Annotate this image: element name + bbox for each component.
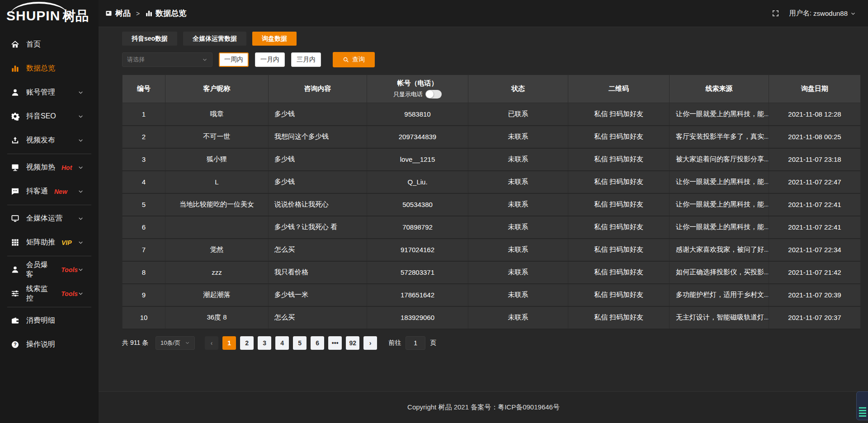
- cell-qrcode-link[interactable]: 私信 扫码加好友: [568, 284, 670, 306]
- range-button-three-months[interactable]: 三月内: [291, 52, 321, 67]
- cell-no: 4: [123, 171, 165, 193]
- page-button-6[interactable]: 6: [311, 336, 324, 350]
- badge-vip: VIP: [61, 239, 72, 246]
- cell-content: 我想问这个多少钱: [269, 126, 367, 148]
- bar-chart-icon: [145, 9, 153, 17]
- page-button-3[interactable]: 3: [258, 336, 271, 350]
- cell-source-link[interactable]: 被大家追着问的客厅投影分享...: [670, 148, 769, 171]
- badge-new: New: [54, 188, 67, 195]
- sidebar-item-matrix-boost[interactable]: 矩阵助推VIP: [0, 230, 99, 254]
- badge-tools: Tools: [61, 266, 78, 273]
- phone-only-toggle[interactable]: [425, 90, 442, 99]
- cell-qrcode-link[interactable]: 私信 扫码加好友: [568, 261, 670, 284]
- cell-account: 183929060: [367, 306, 468, 329]
- cell-source-link[interactable]: 让你一眼就爱上的黑科技，能...: [670, 103, 769, 126]
- page-size-value: 10条/页: [160, 339, 180, 347]
- app-logo: SHUPIN树品: [0, 0, 99, 28]
- table-row: 2不可一世我想问这个多少钱2097344839未联系私信 扫码加好友客厅安装投影…: [123, 126, 861, 148]
- page-button-2[interactable]: 2: [240, 336, 254, 350]
- sidebar-item-member-baoke[interactable]: 会员爆客Tools: [0, 258, 99, 282]
- cell-status: 未联系: [468, 284, 568, 306]
- cell-qrcode-link[interactable]: 私信 扫码加好友: [568, 126, 670, 148]
- inquiry-table: 编号客户昵称咨询内容帐号（电话）只显示电话状态二维码线索来源询盘日期 1哦章多少…: [122, 75, 861, 329]
- breadcrumb-item-home[interactable]: 树品: [115, 8, 131, 19]
- column-header-7: 询盘日期: [769, 75, 861, 103]
- sidebar-item-clue-monitor[interactable]: 线索监控Tools: [0, 282, 99, 306]
- sidebar-item-home[interactable]: 首页: [0, 33, 99, 56]
- sidebar-item-account-management[interactable]: 账号管理: [0, 80, 99, 104]
- cell-source-link[interactable]: 客厅安装投影半年多了，真实...: [670, 126, 769, 148]
- cell-status: 未联系: [468, 126, 568, 148]
- sidebar-item-media-operation[interactable]: 全媒体运营: [0, 207, 99, 230]
- cell-qrcode-link[interactable]: 私信 扫码加好友: [568, 171, 670, 193]
- cell-source-link[interactable]: 无主灯设计，智能磁吸轨道灯...: [670, 306, 769, 329]
- cell-source-link[interactable]: 让你一眼就爱上的黑科技，能...: [670, 193, 769, 216]
- help-icon: ?: [11, 340, 19, 349]
- cell-qrcode-link[interactable]: 私信 扫码加好友: [568, 103, 670, 126]
- range-button-one-month[interactable]: 一月内: [255, 52, 285, 67]
- cell-date: 2021-11-07 23:18: [769, 148, 861, 171]
- cell-date: 2021-11-07 22:41: [769, 216, 861, 239]
- cell-qrcode-link[interactable]: 私信 扫码加好友: [568, 306, 670, 329]
- tab-media-operation-data[interactable]: 全媒体运营数据: [183, 32, 246, 46]
- chevron-down-icon: [78, 113, 84, 119]
- tab-inquiry-data[interactable]: 询盘数据: [252, 32, 297, 46]
- chevron-down-icon: [78, 164, 84, 170]
- member-icon: [11, 265, 19, 274]
- search-button[interactable]: 查询: [333, 52, 375, 67]
- user-icon: [11, 88, 19, 97]
- cell-content: 怎么买: [269, 306, 367, 329]
- sidebar-item-label: 矩阵助推: [26, 238, 55, 247]
- cell-qrcode-link[interactable]: 私信 扫码加好友: [568, 239, 670, 261]
- cell-source-link[interactable]: 多功能护栏灯，适用于乡村文...: [670, 284, 769, 306]
- phone-toggle-label: 只显示电话: [393, 90, 423, 99]
- sidebar-item-video-publish[interactable]: 视频发布: [0, 128, 99, 152]
- cell-account: 9583810: [367, 103, 468, 126]
- cell-account: 2097344839: [367, 126, 468, 148]
- cell-source-link[interactable]: 如何正确选择投影仪，买投影...: [670, 261, 769, 284]
- sidebar-item-data-overview[interactable]: 数据总览: [0, 56, 99, 80]
- sidebar-item-video-heat[interactable]: 视频加热Hot: [0, 155, 99, 179]
- sidebar-item-consume-detail[interactable]: 消费明细: [0, 309, 99, 333]
- goto-page-input[interactable]: [406, 336, 425, 350]
- cell-status: 未联系: [468, 239, 568, 261]
- gear-icon: [11, 112, 19, 121]
- cell-status: 未联系: [468, 171, 568, 193]
- cell-qrcode-link[interactable]: 私信 扫码加好友: [568, 193, 670, 216]
- cell-source-link[interactable]: 感谢大家喜欢我家，被问了好...: [670, 239, 769, 261]
- date-range-group: 一周内一月内三月内: [212, 52, 321, 67]
- filter-bar: 请选择 一周内一月内三月内 查询: [122, 52, 861, 67]
- cell-qrcode-link[interactable]: 私信 扫码加好友: [568, 216, 670, 239]
- svg-text:?: ?: [14, 342, 17, 347]
- cell-date: 2021-11-07 22:34: [769, 239, 861, 261]
- cell-qrcode-link[interactable]: 私信 扫码加好友: [568, 148, 670, 171]
- page-button-1[interactable]: 1: [222, 336, 236, 350]
- page-size-select[interactable]: 10条/页: [156, 336, 195, 350]
- sidebar-item-douketong[interactable]: 抖客通New: [0, 179, 99, 203]
- page-button-4[interactable]: 4: [275, 336, 289, 350]
- tab-douyin-seo-data[interactable]: 抖音seo数据: [122, 32, 177, 46]
- floating-widget[interactable]: [856, 391, 868, 420]
- fullscreen-icon[interactable]: [772, 9, 779, 17]
- range-button-one-week[interactable]: 一周内: [219, 52, 249, 67]
- cell-source-link[interactable]: 让你一眼就爱上的黑科技，能...: [670, 216, 769, 239]
- page-button-92[interactable]: 92: [346, 336, 359, 350]
- user-menu[interactable]: 用户名: zswodun88: [789, 9, 856, 18]
- cell-source-link[interactable]: 让你一眼就爱上的黑科技，能...: [670, 171, 769, 193]
- page-button-5[interactable]: 5: [293, 336, 307, 350]
- table-row: 6多少钱？让我死心 看70898792未联系私信 扫码加好友让你一眼就爱上的黑科…: [123, 216, 861, 239]
- cell-status: 未联系: [468, 261, 568, 284]
- column-header-label: 状态: [468, 85, 568, 93]
- sidebar-item-label: 账号管理: [26, 88, 55, 97]
- sidebar-item-operation-guide[interactable]: ?操作说明: [0, 333, 99, 357]
- cell-nickname: [165, 216, 269, 239]
- next-page-button[interactable]: ›: [363, 336, 377, 350]
- table-row: 1哦章多少钱9583810已联系私信 扫码加好友让你一眼就爱上的黑科技，能...…: [123, 103, 861, 126]
- sidebar-item-douyin-seo[interactable]: 抖音SEO: [0, 104, 99, 128]
- more-pages-button[interactable]: •••: [328, 336, 342, 350]
- prev-page-button[interactable]: ‹: [205, 336, 218, 350]
- brand-name-cn: 树品: [62, 9, 89, 23]
- sidebar-item-label: 视频发布: [26, 136, 55, 145]
- category-select[interactable]: 请选择: [122, 52, 212, 67]
- table-row: 4L多少钱Q_Liu.未联系私信 扫码加好友让你一眼就爱上的黑科技，能...20…: [123, 171, 861, 193]
